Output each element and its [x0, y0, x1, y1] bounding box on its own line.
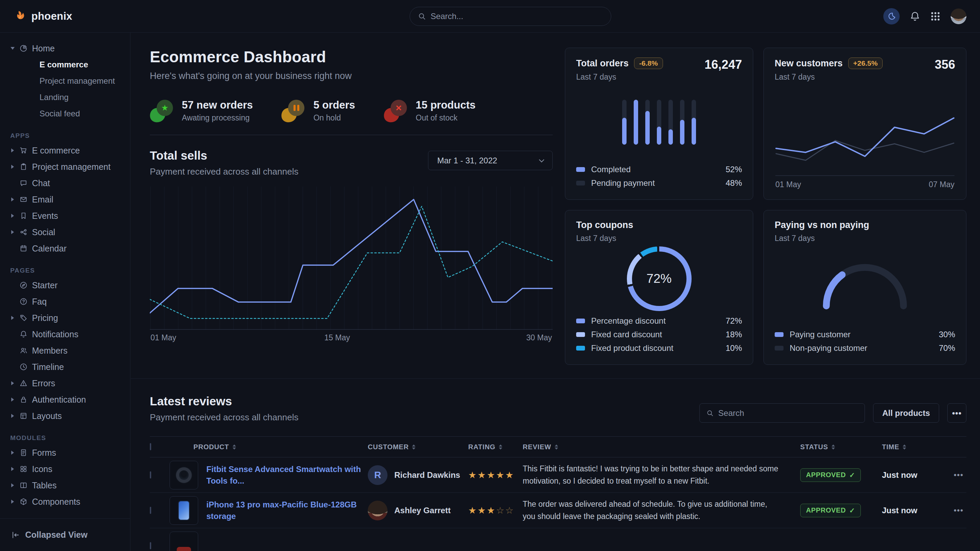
- sidebar-item-pricing[interactable]: Pricing: [0, 310, 130, 326]
- legend-swatch: [576, 181, 585, 186]
- product-link[interactable]: iPhone 13 pro max-Pacific Blue-128GB sto…: [206, 499, 368, 522]
- iphone-image: [178, 501, 190, 520]
- caret-right-icon: [10, 214, 15, 218]
- row-checkbox[interactable]: [150, 542, 151, 549]
- order-bar-fill: [668, 129, 673, 144]
- svg-text:01 May: 01 May: [775, 180, 801, 189]
- global-search[interactable]: [410, 7, 611, 26]
- sidebar-item-icons[interactable]: Icons: [0, 461, 130, 477]
- customer-name: Ashley Garrett: [394, 506, 450, 515]
- sidebar-item-tables[interactable]: Tables: [0, 477, 130, 494]
- clock-icon: [20, 363, 27, 371]
- status-badge: APPROVED ✓: [800, 504, 861, 517]
- sidebar-item-starter[interactable]: Starter: [0, 277, 130, 293]
- sidebar-subitem-social-feed[interactable]: Social feed: [0, 105, 130, 122]
- legend-value: 52%: [725, 165, 742, 174]
- reviews-search-input[interactable]: [718, 408, 858, 418]
- phoenix-flame-icon: [14, 10, 27, 23]
- pie-icon: [20, 44, 27, 52]
- row-actions-button[interactable]: •••: [940, 506, 966, 515]
- sidebar-item-label: Authentication: [32, 395, 86, 405]
- legend-row: Fixed card discount18%: [576, 328, 742, 341]
- brand-logo[interactable]: phoenix: [14, 10, 72, 23]
- sidebar-subitem-project-management[interactable]: Project management: [0, 73, 130, 89]
- legend-label: Completed: [591, 165, 631, 174]
- main-content: Ecommerce Dashboard Here's what's going …: [131, 33, 980, 551]
- sidebar-item-chat[interactable]: Chat: [0, 175, 130, 191]
- sidebar-item-email[interactable]: Email: [0, 191, 130, 208]
- customer-name: Richard Dawkins: [394, 470, 460, 480]
- column-header-product[interactable]: PRODUCT: [170, 443, 368, 451]
- notifications-button[interactable]: [910, 11, 920, 21]
- collapse-sidebar-button[interactable]: Collapsed View: [0, 518, 130, 551]
- column-header-review[interactable]: REVIEW: [523, 443, 800, 451]
- date-range-select[interactable]: Mar 1 - 31, 2022: [428, 151, 553, 170]
- stat-label: Awating processing: [182, 113, 253, 122]
- user-avatar[interactable]: [951, 8, 966, 24]
- reviews-more-button[interactable]: •••: [947, 403, 966, 423]
- sidebar-item-label: Notifications: [32, 329, 78, 339]
- sidebar-item-label: Calendar: [32, 244, 67, 254]
- column-header-rating[interactable]: RATING: [468, 443, 523, 451]
- customer-avatar: R: [368, 465, 388, 485]
- sidebar-item-faq[interactable]: Faq: [0, 293, 130, 310]
- sidebar-item-label: Forms: [32, 448, 56, 458]
- column-label: REVIEW: [523, 443, 551, 451]
- apps-grid-button[interactable]: [930, 11, 940, 21]
- sidebar: HomeE commerceProject managementLandingS…: [0, 33, 130, 551]
- sidebar-item-forms[interactable]: Forms: [0, 445, 130, 461]
- all-products-filter-button[interactable]: All products: [873, 403, 939, 423]
- sidebar-item-notifications[interactable]: Notifications: [0, 326, 130, 342]
- sidebar-item-home[interactable]: Home: [0, 40, 130, 57]
- sidebar-item-project-management[interactable]: Project management: [0, 159, 130, 175]
- box-icon: [20, 498, 27, 505]
- sidebar-item-members[interactable]: Members: [0, 342, 130, 359]
- column-header-customer[interactable]: CUSTOMER: [368, 443, 468, 451]
- sidebar-item-timeline[interactable]: Timeline: [0, 359, 130, 375]
- sidebar-subitem-e-commerce[interactable]: E commerce: [0, 57, 130, 73]
- stat-glyph-circle: ×: [391, 100, 407, 116]
- row-actions-button[interactable]: •••: [940, 471, 966, 480]
- calendar-icon: [20, 245, 27, 252]
- clipboard-icon: [20, 163, 27, 170]
- sidebar-item-label: Events: [32, 211, 58, 221]
- column-header-time[interactable]: TIME: [882, 443, 940, 451]
- review-text: This Fitbit is fantastic! I was trying t…: [523, 463, 800, 487]
- dark-mode-toggle[interactable]: [883, 8, 900, 24]
- sidebar-item-layouts[interactable]: Layouts: [0, 408, 130, 424]
- file-icon: [20, 449, 27, 456]
- table-row: [150, 528, 966, 551]
- app-window: phoenix: [0, 0, 980, 551]
- global-search-input[interactable]: [430, 11, 603, 21]
- total-sells-title: Total sells: [150, 149, 298, 162]
- order-bar-fill: [622, 118, 627, 144]
- new-customers-card: New customers +26.5% Last 7 days 356 01 …: [764, 48, 966, 200]
- sidebar-item-events[interactable]: Events: [0, 208, 130, 224]
- caret-right-icon: [10, 316, 15, 320]
- sidebar-subitem-landing[interactable]: Landing: [0, 89, 130, 105]
- card-period: Last 7 days: [576, 234, 742, 243]
- sidebar-item-components[interactable]: Components: [0, 494, 130, 510]
- date-range-value: Mar 1 - 31, 2022: [437, 156, 497, 165]
- coupons-donut-chart: 72%: [627, 246, 692, 311]
- reviews-search[interactable]: [699, 403, 865, 423]
- product-thumbnail: [170, 532, 198, 551]
- sort-icon: [232, 445, 236, 449]
- sidebar-item-errors[interactable]: Errors: [0, 375, 130, 391]
- legend-value: 30%: [939, 330, 955, 339]
- product-link[interactable]: Fitbit Sense Advanced Smartwatch with To…: [206, 464, 368, 486]
- chevron-down-icon: [539, 157, 544, 162]
- column-label: CUSTOMER: [368, 443, 409, 451]
- row-checkbox[interactable]: [150, 472, 151, 478]
- sidebar-item-label: Project management: [32, 162, 111, 172]
- sidebar-item-authentication[interactable]: Authentication: [0, 391, 130, 408]
- legend-value: 72%: [725, 316, 742, 326]
- row-checkbox[interactable]: [150, 507, 151, 514]
- paying-gauge-chart: [775, 243, 955, 328]
- sidebar-item-e-commerce[interactable]: E commerce: [0, 142, 130, 159]
- column-header-status[interactable]: STATUS: [800, 443, 882, 451]
- legend-label: Fixed card discount: [591, 330, 662, 339]
- sidebar-item-calendar[interactable]: Calendar: [0, 240, 130, 257]
- select-all-checkbox[interactable]: [150, 443, 151, 450]
- sidebar-item-social[interactable]: Social: [0, 224, 130, 240]
